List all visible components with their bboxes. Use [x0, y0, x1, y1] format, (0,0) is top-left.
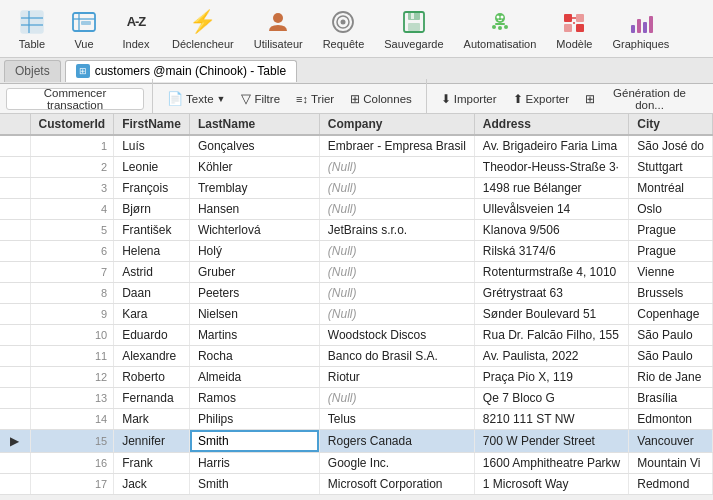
cell-city[interactable]: Vancouver	[629, 430, 713, 453]
trier-button[interactable]: ≡↕ Trier	[290, 88, 340, 110]
cell-lastname[interactable]: Philips	[189, 409, 319, 430]
cell-address[interactable]: Grétrystraat 63	[474, 283, 628, 304]
exporter-button[interactable]: ⬆ Exporter	[507, 88, 575, 110]
filtre-button[interactable]: ▽ Filtre	[235, 88, 286, 110]
cell-city[interactable]: Rio de Jane	[629, 367, 713, 388]
cell-company[interactable]: (Null)	[319, 178, 474, 199]
cell-lastname[interactable]: Holý	[189, 241, 319, 262]
cell-address[interactable]: 1 Microsoft Way	[474, 474, 628, 495]
cell-address[interactable]: 1600 Amphitheatre Parkw	[474, 453, 628, 474]
cell-firstname[interactable]: Luís	[114, 135, 190, 157]
toolbar-vue[interactable]: Vue	[60, 4, 108, 54]
table-row[interactable]: ▶15JenniferRogers Canada700 W Pender Str…	[0, 430, 713, 453]
cell-firstname[interactable]: Mark	[114, 409, 190, 430]
cell-firstname[interactable]: Jack	[114, 474, 190, 495]
cell-address[interactable]: Ullevålsveien 14	[474, 199, 628, 220]
toolbar-sauvegarde[interactable]: Sauvegarde	[376, 4, 451, 54]
texte-button[interactable]: 📄 Texte ▼	[161, 88, 231, 110]
cell-city[interactable]: São José do	[629, 135, 713, 157]
th-company[interactable]: Company	[319, 114, 474, 135]
th-lastname[interactable]: LastName	[189, 114, 319, 135]
cell-address[interactable]: Sønder Boulevard 51	[474, 304, 628, 325]
table-row[interactable]: 5FrantišekWichterlováJetBrains s.r.o.Kla…	[0, 220, 713, 241]
cell-company[interactable]: Google Inc.	[319, 453, 474, 474]
cell-address[interactable]: Praça Pio X, 119	[474, 367, 628, 388]
cell-city[interactable]: Vienne	[629, 262, 713, 283]
table-row[interactable]: 13FernandaRamos(Null)Qe 7 Bloco GBrasíli…	[0, 388, 713, 409]
cell-address[interactable]: Rua Dr. Falcão Filho, 155	[474, 325, 628, 346]
cell-company[interactable]: (Null)	[319, 199, 474, 220]
table-row[interactable]: 16FrankHarrisGoogle Inc.1600 Amphitheatr…	[0, 453, 713, 474]
cell-firstname[interactable]: Bjørn	[114, 199, 190, 220]
table-row[interactable]: 12RobertoAlmeidaRioturPraça Pio X, 119Ri…	[0, 367, 713, 388]
table-row[interactable]: 9KaraNielsen(Null)Sønder Boulevard 51Cop…	[0, 304, 713, 325]
cell-company[interactable]: (Null)	[319, 157, 474, 178]
cell-company[interactable]: (Null)	[319, 304, 474, 325]
toolbar-utilisateur[interactable]: Utilisateur	[246, 4, 311, 54]
cell-firstname[interactable]: Leonie	[114, 157, 190, 178]
importer-button[interactable]: ⬇ Importer	[435, 88, 503, 110]
cell-lastname[interactable]: Tremblay	[189, 178, 319, 199]
colonnes-button[interactable]: ⊞ Colonnes	[344, 88, 418, 110]
cell-lastname[interactable]: Rocha	[189, 346, 319, 367]
cell-company[interactable]: Microsoft Corporation	[319, 474, 474, 495]
table-row[interactable]: 10EduardoMartinsWoodstock DiscosRua Dr. …	[0, 325, 713, 346]
cell-city[interactable]: Copenhage	[629, 304, 713, 325]
generation-button[interactable]: ⊞ Génération de don...	[579, 88, 707, 110]
cell-lastname[interactable]: Peeters	[189, 283, 319, 304]
cell-lastname[interactable]: Smith	[189, 474, 319, 495]
cell-company[interactable]: Woodstock Discos	[319, 325, 474, 346]
cell-address[interactable]: 700 W Pender Street	[474, 430, 628, 453]
cell-lastname[interactable]: Wichterlová	[189, 220, 319, 241]
cell-company[interactable]: Embraer - Empresa Brasil	[319, 135, 474, 157]
cell-firstname[interactable]: Daan	[114, 283, 190, 304]
cell-firstname[interactable]: Helena	[114, 241, 190, 262]
table-row[interactable]: 17JackSmithMicrosoft Corporation1 Micros…	[0, 474, 713, 495]
table-row[interactable]: 7AstridGruber(Null)Rotenturmstraße 4, 10…	[0, 262, 713, 283]
cell-lastname[interactable]: Almeida	[189, 367, 319, 388]
cell-firstname[interactable]: František	[114, 220, 190, 241]
cell-city[interactable]: São Paulo	[629, 346, 713, 367]
table-row[interactable]: 6HelenaHolý(Null)Rilská 3174/6Prague	[0, 241, 713, 262]
cell-city[interactable]: Oslo	[629, 199, 713, 220]
cell-city[interactable]: Prague	[629, 220, 713, 241]
toolbar-modele[interactable]: Modèle	[548, 4, 600, 54]
table-row[interactable]: 8DaanPeeters(Null)Grétrystraat 63Brussel…	[0, 283, 713, 304]
cell-city[interactable]: Prague	[629, 241, 713, 262]
table-row[interactable]: 1LuísGonçalvesEmbraer - Empresa BrasilAv…	[0, 135, 713, 157]
tab-customers[interactable]: ⊞ customers @main (Chinook) - Table	[65, 60, 297, 82]
cell-lastname[interactable]	[189, 430, 319, 453]
cell-lastname[interactable]: Ramos	[189, 388, 319, 409]
cell-firstname[interactable]: Kara	[114, 304, 190, 325]
cell-company[interactable]: (Null)	[319, 262, 474, 283]
cell-firstname[interactable]: Eduardo	[114, 325, 190, 346]
cell-city[interactable]: Redmond	[629, 474, 713, 495]
cell-address[interactable]: Theodor-Heuss-Straße 3·	[474, 157, 628, 178]
cell-company[interactable]: JetBrains s.r.o.	[319, 220, 474, 241]
cell-lastname[interactable]: Gruber	[189, 262, 319, 283]
cell-address[interactable]: Klanova 9/506	[474, 220, 628, 241]
cell-company[interactable]: Riotur	[319, 367, 474, 388]
cell-company[interactable]: (Null)	[319, 283, 474, 304]
cell-address[interactable]: 8210 111 ST NW	[474, 409, 628, 430]
toolbar-table[interactable]: Table	[8, 4, 56, 54]
th-firstname[interactable]: FirstName	[114, 114, 190, 135]
cell-lastname[interactable]: Hansen	[189, 199, 319, 220]
toolbar-automatisation[interactable]: Automatisation	[456, 4, 545, 54]
cell-city[interactable]: Montréal	[629, 178, 713, 199]
toolbar-declencheur[interactable]: ⚡ Déclencheur	[164, 4, 242, 54]
cell-city[interactable]: Mountain Vi	[629, 453, 713, 474]
table-row[interactable]: 14MarkPhilipsTelus8210 111 ST NWEdmonton	[0, 409, 713, 430]
th-customerid[interactable]: CustomerId	[30, 114, 114, 135]
cell-firstname[interactable]: Roberto	[114, 367, 190, 388]
cell-address[interactable]: Av. Brigadeiro Faria Lima	[474, 135, 628, 157]
cell-city[interactable]: Edmonton	[629, 409, 713, 430]
cell-company[interactable]: Rogers Canada	[319, 430, 474, 453]
cell-address[interactable]: 1498 rue Bélanger	[474, 178, 628, 199]
table-row[interactable]: 11AlexandreRochaBanco do Brasil S.A.Av. …	[0, 346, 713, 367]
cell-lastname[interactable]: Martins	[189, 325, 319, 346]
cell-firstname[interactable]: Jennifer	[114, 430, 190, 453]
toolbar-requete[interactable]: Requête	[315, 4, 373, 54]
cell-lastname[interactable]: Nielsen	[189, 304, 319, 325]
cell-firstname[interactable]: Astrid	[114, 262, 190, 283]
